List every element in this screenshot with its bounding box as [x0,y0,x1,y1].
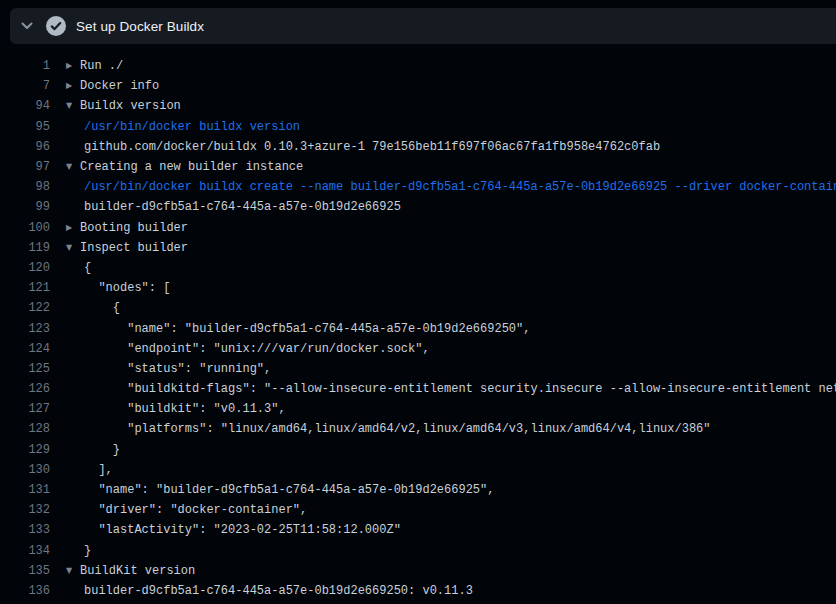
log-output-line: 130 ], [0,460,836,480]
log-output-line: 123 "name": "builder-d9cfb5a1-c764-445a-… [0,318,836,338]
line-number[interactable]: 96 [0,140,50,154]
line-number[interactable]: 119 [0,241,50,255]
log-output-line: 136builder-d9cfb5a1-c764-445a-a57e-0b19d… [0,581,836,601]
log-text: "buildkitd-flags": "--allow-insecure-ent… [50,382,836,396]
group-title[interactable]: ▶Booting builder [50,221,188,235]
line-number[interactable]: 99 [0,200,50,214]
log-text: { [50,301,120,315]
group-title[interactable]: ▼Inspect builder [50,241,188,255]
log-text: "buildkit": "v0.11.3", [50,402,286,416]
log-text: ], [50,463,113,477]
line-number[interactable]: 1 [0,59,50,73]
log-group-line: 100▶Booting builder [0,218,836,238]
line-number[interactable]: 97 [0,160,50,174]
triangle-expanded-icon[interactable]: ▼ [66,566,80,575]
line-number[interactable]: 7 [0,79,50,93]
line-number[interactable]: 124 [0,342,50,356]
log-output-line: 129 } [0,440,836,460]
log-output-line: 128 "platforms": "linux/amd64,linux/amd6… [0,419,836,439]
line-number[interactable]: 128 [0,422,50,436]
log-output-line: 134} [0,541,836,561]
log-output-line: 124 "endpoint": "unix:///var/run/docker.… [0,339,836,359]
line-number[interactable]: 135 [0,564,50,578]
log-output-line: 125 "status": "running", [0,359,836,379]
line-number[interactable]: 100 [0,221,50,235]
group-title[interactable]: ▼BuildKit version [50,564,195,578]
log-text: { [50,261,91,275]
line-number[interactable]: 133 [0,523,50,537]
command-text: /usr/bin/docker buildx create --name bui… [50,180,836,194]
line-number[interactable]: 122 [0,301,50,315]
line-number[interactable]: 127 [0,402,50,416]
line-number[interactable]: 136 [0,584,50,598]
step-title: Set up Docker Buildx [76,19,204,34]
step-header[interactable]: Set up Docker Buildx [10,8,836,44]
line-number[interactable]: 131 [0,483,50,497]
log-output-line: 95/usr/bin/docker buildx version [0,117,836,137]
log-viewer: 1▶Run ./7▶Docker info94▼Buildx version95… [0,44,836,604]
log-group-line: 119▼Inspect builder [0,238,836,258]
line-number[interactable]: 120 [0,261,50,275]
triangle-collapsed-icon[interactable]: ▶ [66,61,80,70]
log-text: "endpoint": "unix:///var/run/docker.sock… [50,342,430,356]
log-output-line: 121 "nodes": [ [0,278,836,298]
line-number[interactable]: 125 [0,362,50,376]
log-text: } [50,544,91,558]
line-number[interactable]: 121 [0,281,50,295]
log-text: "driver": "docker-container", [50,503,307,517]
group-title[interactable]: ▶Docker info [50,79,159,93]
log-group-line: 135▼BuildKit version [0,561,836,581]
log-text: "lastActivity": "2023-02-25T11:58:12.000… [50,523,401,537]
log-group-line: 94▼Buildx version [0,96,836,116]
log-output-line: 98/usr/bin/docker buildx create --name b… [0,177,836,197]
group-title[interactable]: ▼Creating a new builder instance [50,160,303,174]
line-number[interactable]: 130 [0,463,50,477]
log-text: "platforms": "linux/amd64,linux/amd64/v2… [50,422,711,436]
triangle-expanded-icon[interactable]: ▼ [66,101,80,110]
line-number[interactable]: 134 [0,544,50,558]
triangle-collapsed-icon[interactable]: ▶ [66,223,80,232]
group-title[interactable]: ▼Buildx version [50,99,181,113]
chevron-down-icon[interactable] [19,18,35,34]
log-output-line: 133 "lastActivity": "2023-02-25T11:58:12… [0,520,836,540]
line-number[interactable]: 94 [0,99,50,113]
log-output-line: 120{ [0,258,836,278]
log-text: builder-d9cfb5a1-c764-445a-a57e-0b19d2e6… [50,200,401,214]
log-output-line: 131 "name": "builder-d9cfb5a1-c764-445a-… [0,480,836,500]
log-text: "name": "builder-d9cfb5a1-c764-445a-a57e… [50,483,494,497]
line-number[interactable]: 129 [0,443,50,457]
log-group-line: 97▼Creating a new builder instance [0,157,836,177]
log-text: builder-d9cfb5a1-c764-445a-a57e-0b19d2e6… [50,584,473,598]
line-number[interactable]: 123 [0,322,50,336]
log-output-line: 127 "buildkit": "v0.11.3", [0,399,836,419]
triangle-expanded-icon[interactable]: ▼ [66,243,80,252]
log-text: } [50,443,120,457]
group-title[interactable]: ▶Run ./ [50,59,123,73]
log-output-line: 122 { [0,298,836,318]
line-number[interactable]: 126 [0,382,50,396]
log-group-line: 1▶Run ./ [0,56,836,76]
log-lines: 1▶Run ./7▶Docker info94▼Buildx version95… [0,56,836,601]
log-text: github.com/docker/buildx 0.10.3+azure-1 … [50,140,660,154]
triangle-expanded-icon[interactable]: ▼ [66,162,80,171]
log-output-line: 126 "buildkitd-flags": "--allow-insecure… [0,379,836,399]
log-text: "status": "running", [50,362,271,376]
log-output-line: 132 "driver": "docker-container", [0,500,836,520]
line-number[interactable]: 98 [0,180,50,194]
log-output-line: 99builder-d9cfb5a1-c764-445a-a57e-0b19d2… [0,197,836,217]
check-circle-icon [46,16,66,36]
triangle-collapsed-icon[interactable]: ▶ [66,81,80,90]
line-number[interactable]: 95 [0,120,50,134]
log-text: "name": "builder-d9cfb5a1-c764-445a-a57e… [50,322,530,336]
log-group-line: 7▶Docker info [0,76,836,96]
line-number[interactable]: 132 [0,503,50,517]
log-text: "nodes": [ [50,281,170,295]
log-output-line: 96github.com/docker/buildx 0.10.3+azure-… [0,137,836,157]
command-text: /usr/bin/docker buildx version [50,120,300,134]
